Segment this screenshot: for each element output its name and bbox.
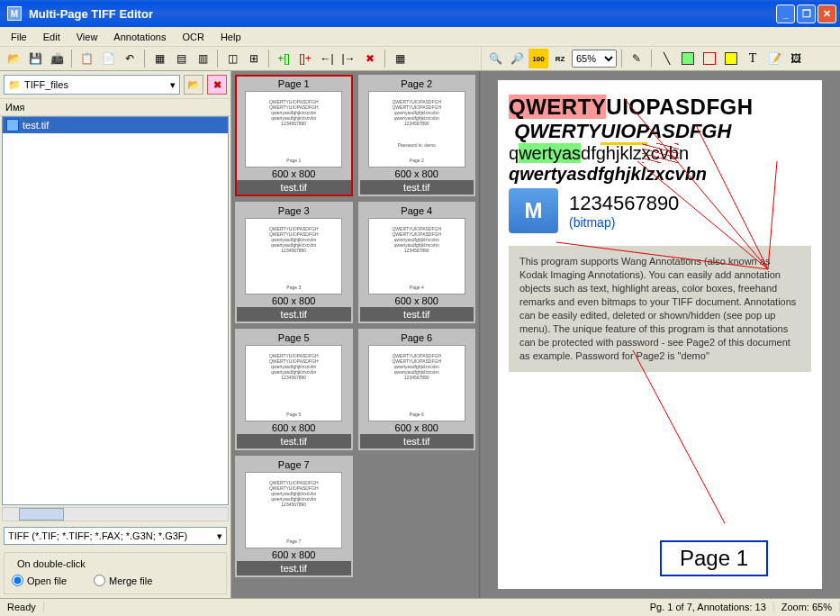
file-name: test.tif — [23, 120, 49, 131]
folder-select[interactable]: 📁 TIFF_files ▾ — [4, 75, 180, 95]
status-ready: Ready — [0, 602, 44, 612]
move-right-icon[interactable]: |→ — [339, 49, 358, 68]
pages2-icon[interactable]: ▤ — [171, 49, 191, 68]
annotation-textbox[interactable]: This program supports Wang Annotations (… — [509, 246, 811, 372]
page-viewer[interactable]: QWERTYUIOPASDFGH QWERTYUIOPASDFGH qwerty… — [480, 71, 840, 598]
thumb-label: Page 4 — [399, 204, 434, 218]
thumb-preview: QWERTYUIOPASDFGHQWERTYUIOPASDFGHqwertyas… — [245, 91, 342, 168]
thumb-preview: QWERTYUIOPASDFGHQWERTYUIOPASDFGHqwertyas… — [368, 218, 465, 294]
thumbnail-page-4[interactable]: Page 4QWERTYUIOPASDFGHQWERTYUIOPASDFGHqw… — [358, 202, 476, 323]
status-page-info: Pg. 1 of 7, Annotations: 13 — [643, 602, 774, 612]
pages3-icon[interactable]: ▥ — [193, 49, 212, 68]
page-number-box[interactable]: Page 1 — [660, 540, 768, 576]
bitmap-annotation[interactable]: M — [509, 188, 558, 233]
thumbnail-page-1[interactable]: Page 1QWERTYUIOPASDFGHQWERTYUIOPASDFGHqw… — [235, 75, 353, 196]
line-icon[interactable]: ╲ — [656, 49, 676, 68]
freehand-strike[interactable]: xcvb — [642, 143, 679, 163]
save-icon[interactable]: 💾 — [25, 49, 45, 68]
thumb-dimensions: 600 x 800 — [271, 421, 316, 434]
app-icon: M — [7, 6, 22, 21]
zoomfit-icon[interactable]: RZ — [550, 49, 570, 68]
copy-icon[interactable]: 📋 — [77, 49, 96, 68]
note-icon[interactable]: 📝 — [764, 49, 784, 68]
paste-icon[interactable]: 📄 — [98, 49, 118, 68]
thumb-label: Page 6 — [399, 331, 434, 345]
group-label: On double-click — [14, 558, 89, 569]
grid-icon[interactable]: ▦ — [390, 49, 410, 68]
file-type-label: TIFF (*.TIF; *.TIFF; *.FAX; *.G3N; *.G3F… — [8, 530, 187, 541]
rect-red-icon[interactable] — [700, 49, 719, 68]
image-icon[interactable]: 🖼 — [786, 49, 806, 68]
thumb-label: Page 1 — [276, 77, 312, 91]
thumbnail-page-7[interactable]: Page 7QWERTYUIOPASDFGHQWERTYUIOPASDFGHqw… — [235, 456, 353, 577]
bitmap-label: (bitmap) — [569, 215, 679, 230]
page-content: QWERTYUIOPASDFGH QWERTYUIOPASDFGH qwerty… — [498, 80, 822, 589]
status-bar: Ready Pg. 1 of 7, Annotations: 13 Zoom: … — [0, 598, 840, 615]
thumb-filename: test.tif — [237, 307, 351, 322]
thumbnail-page-6[interactable]: Page 6QWERTYUIOPASDFGHQWERTYUIOPASDFGHqw… — [358, 329, 476, 450]
thumb-dimensions: 600 x 800 — [394, 421, 439, 434]
move-left-icon[interactable]: ←| — [317, 49, 337, 68]
close-button[interactable]: ✕ — [817, 5, 836, 23]
horizontal-scrollbar[interactable] — [2, 507, 229, 521]
radio-merge-file[interactable]: Merge file — [94, 575, 152, 586]
thumb-label: Page 2 — [399, 77, 434, 91]
file-column-header[interactable]: Имя — [0, 98, 230, 116]
highlight-red[interactable]: QWERTY — [509, 95, 606, 119]
maximize-button[interactable]: ❐ — [797, 5, 816, 23]
pages1-icon[interactable]: ▦ — [149, 49, 169, 68]
pencil-icon[interactable]: ✎ — [627, 49, 646, 68]
add-green-icon[interactable]: +[] — [274, 49, 294, 68]
menu-help[interactable]: Help — [213, 30, 248, 44]
thumbnails-panel[interactable]: Page 1QWERTYUIOPASDFGHQWERTYUIOPASDFGHqw… — [231, 71, 480, 598]
zoom100-icon[interactable]: 100 — [528, 49, 548, 68]
split2-icon[interactable]: ⊞ — [244, 49, 264, 68]
text-icon[interactable]: T — [743, 49, 763, 68]
file-icon — [6, 119, 19, 131]
highlight-icon[interactable] — [678, 49, 698, 68]
underline-yellow[interactable]: UIOP — [601, 120, 647, 145]
zoomout-icon[interactable]: 🔍 — [485, 49, 505, 68]
highlight-green[interactable]: wertyas — [519, 143, 581, 163]
minimize-button[interactable]: _ — [776, 5, 795, 23]
menu-view[interactable]: View — [69, 30, 105, 44]
thumb-preview: QWERTYUIOPASDFGHQWERTYUIOPASDFGHqwertyas… — [245, 218, 342, 294]
thumb-preview: QWERTYUIOPASDFGHQWERTYUIOPASDFGHqwertyas… — [368, 345, 465, 421]
scan-icon[interactable]: 📠 — [47, 49, 67, 68]
folder-remove-button[interactable]: ✖ — [207, 75, 227, 95]
chevron-down-icon: ▾ — [170, 79, 176, 91]
folder-icon: 📁 — [8, 79, 21, 91]
double-click-group: On double-click Open file Merge file — [4, 552, 227, 594]
title-bar: M Multi-Page TIFF Editor _ ❐ ✕ — [0, 0, 840, 27]
thumbnail-page-5[interactable]: Page 5QWERTYUIOPASDFGHQWERTYUIOPASDFGHqw… — [235, 329, 353, 450]
menu-annotations[interactable]: Annotations — [106, 30, 173, 44]
file-list[interactable]: test.tif — [2, 116, 229, 505]
thumb-label: Page 5 — [276, 331, 312, 345]
thumb-preview: QWERTYUIOPASDFGHQWERTYUIOPASDFGHqwertyas… — [245, 472, 342, 548]
split1-icon[interactable]: ◫ — [222, 49, 242, 68]
toolbars: 📂 💾 📠 📋 📄 ↶ ▦ ▤ ▥ ◫ ⊞ +[] []+ ←| |→ ✖ ▦ … — [0, 47, 840, 71]
zoom-select[interactable]: 65% — [572, 50, 617, 68]
thumb-filename: test.tif — [360, 180, 474, 195]
thumb-dimensions: 600 x 800 — [394, 294, 439, 307]
thumbnail-page-2[interactable]: Page 2QWERTYUIOPASDFGHQWERTYUIOPASDFGHqw… — [358, 75, 476, 196]
chevron-down-icon: ▾ — [217, 530, 222, 542]
menu-ocr[interactable]: OCR — [175, 30, 211, 44]
open-icon[interactable]: 📂 — [4, 49, 23, 68]
undo-icon[interactable]: ↶ — [120, 49, 140, 68]
zoomin-icon[interactable]: 🔎 — [507, 49, 527, 68]
menu-bar: File Edit View Annotations OCR Help — [0, 27, 840, 47]
folder-up-button[interactable]: 📂 — [184, 75, 203, 95]
file-item[interactable]: test.tif — [3, 117, 228, 133]
radio-open-file[interactable]: Open file — [12, 575, 67, 586]
folder-name: TIFF_files — [24, 79, 68, 90]
delete-icon[interactable]: ✖ — [360, 49, 380, 68]
add-red-icon[interactable]: []+ — [295, 49, 315, 68]
menu-file[interactable]: File — [4, 30, 34, 44]
menu-edit[interactable]: Edit — [36, 30, 68, 44]
thumbnail-page-3[interactable]: Page 3QWERTYUIOPASDFGHQWERTYUIOPASDFGHqw… — [235, 202, 353, 323]
file-panel: 📁 TIFF_files ▾ 📂 ✖ Имя test.tif TIFF (*.… — [0, 71, 231, 598]
file-type-select[interactable]: TIFF (*.TIF; *.TIFF; *.FAX; *.G3N; *.G3F… — [4, 527, 227, 545]
rect-yellow-icon[interactable] — [721, 49, 741, 68]
thumb-filename: test.tif — [237, 561, 351, 575]
